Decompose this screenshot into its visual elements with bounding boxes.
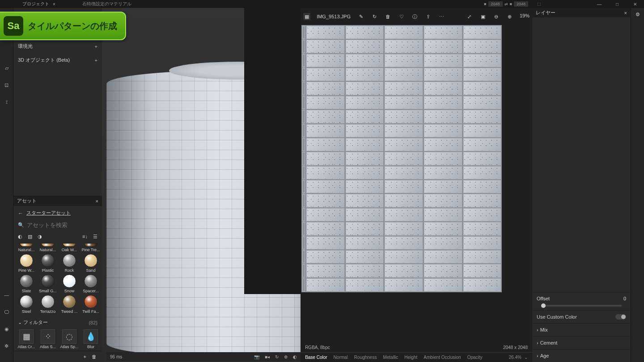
channel-tab[interactable]: Height (404, 355, 417, 360)
material-item[interactable]: Snow (60, 274, 79, 293)
filter-item[interactable]: ⁘Atlas S... (38, 329, 57, 349)
material-item[interactable]: Spacer... (81, 274, 100, 293)
zoom-level: 19% (520, 13, 530, 20)
channel-tab[interactable]: Roughness (354, 355, 377, 360)
accordion-cement[interactable]: › Cement (532, 336, 631, 349)
search-input[interactable] (27, 222, 97, 228)
monitor-icon[interactable]: 🖵 (3, 308, 10, 316)
obj3d-section[interactable]: 3D オブジェクト (Beta) + (13, 53, 102, 67)
right-tool-column: ⚙ (631, 8, 644, 362)
starter-assets-link[interactable]: スターターアセット (26, 210, 71, 216)
assets-header: アセット × (13, 196, 102, 206)
add-asset-icon[interactable]: + (84, 354, 86, 359)
zoom-out-icon[interactable]: ⊖ (493, 13, 500, 20)
material-item[interactable]: Tweed ... (60, 295, 79, 314)
expand-icon[interactable]: ⤢ (466, 13, 473, 20)
image-view-icon[interactable]: ▧ (28, 234, 32, 240)
edit-icon[interactable]: ✎ (358, 13, 365, 20)
material-item[interactable]: Plastic (38, 254, 57, 273)
crop-icon[interactable]: ⊡ (3, 81, 10, 88)
globe-icon[interactable]: ◉ (3, 325, 10, 333)
status-bar-2d: RGBA, 8bpc 2048 x 2048 (301, 342, 532, 352)
close-icon[interactable]: × (53, 2, 55, 7)
texture-view[interactable] (301, 25, 532, 339)
alt-view-icon[interactable]: ◑ (38, 234, 42, 240)
channel-opacity[interactable]: 26.4% ⌄ (509, 355, 528, 360)
close-button[interactable]: ✕ (626, 0, 644, 8)
adjust-icon[interactable]: ⚙ (636, 12, 640, 17)
sphere-view-icon[interactable]: ◐ (18, 234, 22, 240)
filter-item[interactable]: ◌Atlas Sp... (60, 329, 79, 349)
minimize-button[interactable]: — (590, 0, 608, 8)
asset-search[interactable]: 🔍 (13, 220, 102, 232)
fit-icon[interactable]: ▣ (479, 13, 487, 20)
filter-item[interactable]: 💧Blur (81, 329, 100, 349)
tutorial-title: タイルパターンの作成 (28, 20, 117, 32)
material-item[interactable]: Oak W... (60, 243, 79, 252)
titlebar: プロジェクト × 石特徴設定のマテリアル ■2048 ⇄ ■2048 ⬚ — □… (0, 0, 644, 8)
share-icon[interactable]: ⇪ (425, 13, 432, 20)
material-item[interactable]: Natural... (17, 243, 36, 252)
viewport-2d: ▦ IMG_9513.JPG ✎ ↻ 🗑 ♡ ⓘ ⇪ ⋯ ⤢ ▣ ⊖ ⊕ (301, 8, 532, 362)
right-panel: レイヤー × Offset 0 Use Custom Color › Mix ›… (532, 8, 631, 362)
zoom-in-icon[interactable]: ⊕ (506, 13, 513, 20)
env-icon[interactable]: ◐ (293, 354, 297, 359)
tutorial-badge: Sa タイルパターンの作成 (0, 12, 126, 40)
material-item[interactable]: Terrazzo (38, 295, 57, 314)
accordion-age[interactable]: › Age (532, 349, 631, 362)
back-arrow-icon[interactable]: ← (18, 210, 23, 216)
video-icon[interactable]: ■◂ (265, 354, 270, 359)
sort-icon[interactable]: ≡↓ (82, 234, 88, 240)
chevron-down-icon[interactable]: ⌄ (18, 320, 22, 325)
plus-icon[interactable]: + (95, 58, 97, 63)
material-item[interactable]: Pine W... (17, 254, 36, 273)
project-tab[interactable]: プロジェクト × (0, 1, 60, 7)
channel-tab[interactable]: Opacity (467, 355, 483, 360)
channel-tab[interactable]: Base Color (305, 355, 327, 360)
close-icon[interactable]: × (96, 198, 98, 204)
material-item[interactable]: Slate (17, 274, 36, 293)
center-viewports: 96 ms 📷 ■◂ ↻ ⊕ ◐ ▦ IMG_9513.JPG ✎ ↻ 🗑 (102, 8, 532, 362)
channel-tab[interactable]: Metallic (383, 355, 398, 360)
material-item[interactable]: Sand (81, 254, 100, 273)
toggle[interactable] (615, 314, 626, 320)
trash-icon[interactable]: 🗑 (385, 13, 392, 20)
filter-item[interactable]: ▦Atlas Cr... (17, 329, 36, 349)
assets-breadcrumb: ← スターターアセット (13, 206, 102, 220)
offset-slider[interactable] (541, 305, 622, 307)
file-icon[interactable]: ▱ (3, 64, 10, 72)
line-icon[interactable]: — (3, 291, 10, 299)
more-icon[interactable]: ⋯ (438, 13, 445, 20)
material-item[interactable]: Twill Fa... (81, 295, 100, 314)
info-icon[interactable]: ⓘ (411, 13, 419, 20)
material-item[interactable]: Steel (17, 295, 36, 314)
camera-icon[interactable]: 📷 (254, 354, 259, 359)
reload-icon[interactable]: ↻ (371, 13, 378, 20)
list-icon[interactable]: ☰ (93, 234, 97, 240)
document-tab[interactable]: 石特徴設定のマテリアル (82, 1, 131, 7)
material-item[interactable]: Rock (60, 254, 79, 273)
plus-icon[interactable]: + (95, 44, 97, 49)
maximize-button[interactable]: □ (608, 0, 626, 8)
heart-icon[interactable]: ♡ (398, 13, 405, 20)
globe-icon[interactable]: ⊕ (284, 354, 288, 359)
material-item[interactable]: Small G... (38, 274, 57, 293)
top-resolution-controls: ■2048 ⇄ ■2048 ⬚ (484, 0, 541, 8)
stamp-icon[interactable]: ⟟ (3, 98, 10, 105)
env-section[interactable]: 環境光 + (13, 39, 102, 53)
channel-tab[interactable]: Ambient Occlusion (424, 355, 461, 360)
material-item[interactable]: Natural... (38, 243, 57, 252)
close-icon[interactable]: × (624, 10, 627, 16)
delete-asset-icon[interactable]: 🗑 (92, 354, 97, 359)
settings-icon[interactable]: ✼ (3, 342, 10, 349)
left-panel: 環境光 + 3D オブジェクト (Beta) + アセット × ← スターターア… (13, 8, 102, 362)
use-custom-color[interactable]: Use Custom Color (532, 310, 631, 323)
accordion-mix[interactable]: › Mix (532, 323, 631, 336)
material-item[interactable]: Pine Tre... (81, 243, 100, 252)
channel-tabs: Base ColorNormalRoughnessMetallicHeightA… (301, 352, 532, 362)
channel-tab[interactable]: Normal (334, 355, 348, 360)
viewport-2d-toolbar: ▦ IMG_9513.JPG ✎ ↻ 🗑 ♡ ⓘ ⇪ ⋯ ⤢ ▣ ⊖ ⊕ (301, 8, 532, 25)
refresh-icon[interactable]: ↻ (275, 354, 279, 359)
viewport-3d[interactable]: 96 ms 📷 ■◂ ↻ ⊕ ◐ (102, 8, 301, 362)
image-icon[interactable]: ▦ (303, 13, 310, 20)
